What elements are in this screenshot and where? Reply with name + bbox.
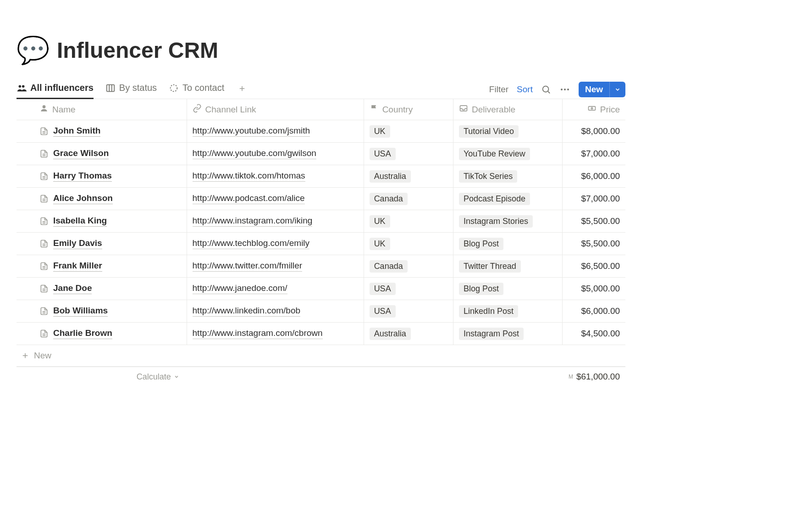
- table-body: John Smithhttp://www.youtube.com/jsmithU…: [17, 120, 625, 345]
- country-tag: USA: [370, 305, 396, 318]
- cell-price[interactable]: $5,500.00: [563, 210, 625, 232]
- country-tag: Australia: [370, 170, 411, 183]
- country-tag: Canada: [370, 260, 408, 273]
- cell-deliverable[interactable]: Instagram Post: [453, 323, 563, 345]
- cell-channel-link[interactable]: http://www.youtube.com/jsmith: [187, 120, 364, 142]
- cell-name[interactable]: Emily Davis: [17, 233, 187, 255]
- column-header-country[interactable]: Country: [364, 99, 453, 120]
- cell-country[interactable]: USA: [364, 143, 453, 165]
- table-row[interactable]: John Smithhttp://www.youtube.com/jsmithU…: [17, 120, 625, 143]
- svg-point-10: [561, 89, 563, 90]
- cell-price[interactable]: $7,000.00: [563, 143, 625, 165]
- cell-channel-link[interactable]: http://www.techblog.com/emily: [187, 233, 364, 255]
- column-header-channel-link[interactable]: Channel Link: [187, 99, 364, 120]
- table-row[interactable]: Emily Davishttp://www.techblog.com/emily…: [17, 233, 625, 255]
- cell-channel-link[interactable]: http://www.youtube.com/gwilson: [187, 143, 364, 165]
- table-row[interactable]: Harry Thomashttp://www.tiktok.com/htomas…: [17, 165, 625, 188]
- more-icon[interactable]: [559, 84, 570, 95]
- cell-name[interactable]: Grace Wilson: [17, 143, 187, 165]
- price-sum[interactable]: M $61,000.00: [563, 367, 625, 386]
- cell-price[interactable]: $6,000.00: [563, 165, 625, 187]
- new-row-button[interactable]: New: [17, 345, 625, 367]
- price-text: $6,000.00: [581, 171, 620, 181]
- svg-point-0: [19, 85, 22, 88]
- cell-country[interactable]: UK: [364, 120, 453, 142]
- new-button[interactable]: New: [579, 82, 609, 97]
- deliverable-tag: YouTube Review: [459, 148, 530, 160]
- column-header-price[interactable]: Price: [563, 99, 625, 120]
- sort-button[interactable]: Sort: [517, 84, 533, 95]
- cell-country[interactable]: Australia: [364, 165, 453, 187]
- filter-button[interactable]: Filter: [489, 84, 508, 95]
- cell-country[interactable]: Canada: [364, 188, 453, 210]
- link-text: http://www.instagram.com/cbrown: [193, 328, 323, 339]
- flag-icon: [370, 104, 379, 115]
- cell-price[interactable]: $6,500.00: [563, 255, 625, 277]
- tab-all-influencers[interactable]: All influencers: [17, 80, 94, 99]
- table-row[interactable]: Isabella Kinghttp://www.instagram.com/ik…: [17, 210, 625, 233]
- search-icon[interactable]: [541, 84, 551, 95]
- price-text: $5,500.00: [581, 239, 620, 249]
- cell-price[interactable]: $7,000.00: [563, 188, 625, 210]
- country-tag: UK: [370, 215, 390, 228]
- cell-price[interactable]: $5,500.00: [563, 233, 625, 255]
- cell-name[interactable]: Jane Doe: [17, 278, 187, 300]
- cell-name[interactable]: Charlie Brown: [17, 323, 187, 345]
- cell-country[interactable]: USA: [364, 300, 453, 322]
- table-footer: Calculate M $61,000.00: [17, 367, 625, 386]
- add-view-button[interactable]: [236, 82, 248, 97]
- svg-point-1: [22, 85, 24, 88]
- cell-name[interactable]: Frank Miller: [17, 255, 187, 277]
- table-row[interactable]: Grace Wilsonhttp://www.youtube.com/gwils…: [17, 143, 625, 165]
- table-row[interactable]: Frank Millerhttp://www.twitter.com/fmill…: [17, 255, 625, 278]
- svg-point-12: [567, 89, 569, 90]
- page-icon[interactable]: 💬: [17, 37, 50, 63]
- cell-deliverable[interactable]: Podcast Episode: [453, 188, 563, 210]
- cell-price[interactable]: $5,000.00: [563, 278, 625, 300]
- cell-deliverable[interactable]: Blog Post: [453, 278, 563, 300]
- cell-country[interactable]: UK: [364, 210, 453, 232]
- column-header-name[interactable]: Name: [17, 99, 187, 120]
- cell-channel-link[interactable]: http://www.janedoe.com/: [187, 278, 364, 300]
- cell-price[interactable]: $8,000.00: [563, 120, 625, 142]
- tab-by-status[interactable]: By status: [105, 80, 157, 99]
- cell-deliverable[interactable]: YouTube Review: [453, 143, 563, 165]
- cell-name[interactable]: Bob Williams: [17, 300, 187, 322]
- cell-deliverable[interactable]: TikTok Series: [453, 165, 563, 187]
- cell-channel-link[interactable]: http://www.podcast.com/alice: [187, 188, 364, 210]
- cell-price[interactable]: $6,000.00: [563, 300, 625, 322]
- cell-country[interactable]: Australia: [364, 323, 453, 345]
- tab-to-contact[interactable]: To contact: [169, 80, 224, 99]
- cell-country[interactable]: USA: [364, 278, 453, 300]
- cell-country[interactable]: UK: [364, 233, 453, 255]
- name-text: Harry Thomas: [53, 171, 112, 182]
- table-row[interactable]: Bob Williamshttp://www.linkedin.com/bobU…: [17, 300, 625, 323]
- dashed-circle-icon: [169, 83, 179, 93]
- cell-name[interactable]: John Smith: [17, 120, 187, 142]
- country-tag: Australia: [370, 328, 411, 340]
- cell-channel-link[interactable]: http://www.instagram.com/iking: [187, 210, 364, 232]
- new-button-chevron[interactable]: [609, 82, 625, 97]
- page-icon: [39, 172, 49, 181]
- cell-deliverable[interactable]: Twitter Thread: [453, 255, 563, 277]
- cell-country[interactable]: Canada: [364, 255, 453, 277]
- cell-price[interactable]: $4,500.00: [563, 323, 625, 345]
- page-title[interactable]: Influencer CRM: [57, 38, 218, 63]
- calculate-menu[interactable]: Calculate: [17, 367, 187, 386]
- column-header-deliverable[interactable]: Deliverable: [453, 99, 563, 120]
- cell-deliverable[interactable]: LinkedIn Post: [453, 300, 563, 322]
- cell-name[interactable]: Harry Thomas: [17, 165, 187, 187]
- cell-deliverable[interactable]: Tutorial Video: [453, 120, 563, 142]
- cell-name[interactable]: Alice Johnson: [17, 188, 187, 210]
- cell-name[interactable]: Isabella King: [17, 210, 187, 232]
- cell-deliverable[interactable]: Blog Post: [453, 233, 563, 255]
- cell-channel-link[interactable]: http://www.linkedin.com/bob: [187, 300, 364, 322]
- table-row[interactable]: Charlie Brownhttp://www.instagram.com/cb…: [17, 323, 625, 345]
- cell-deliverable[interactable]: Instagram Stories: [453, 210, 563, 232]
- table-row[interactable]: Alice Johnsonhttp://www.podcast.com/alic…: [17, 188, 625, 210]
- cell-channel-link[interactable]: http://www.twitter.com/fmiller: [187, 255, 364, 277]
- cell-channel-link[interactable]: http://www.instagram.com/cbrown: [187, 323, 364, 345]
- table-row[interactable]: Jane Doehttp://www.janedoe.com/USABlog P…: [17, 278, 625, 300]
- cell-channel-link[interactable]: http://www.tiktok.com/htomas: [187, 165, 364, 187]
- plus-icon: [21, 351, 29, 360]
